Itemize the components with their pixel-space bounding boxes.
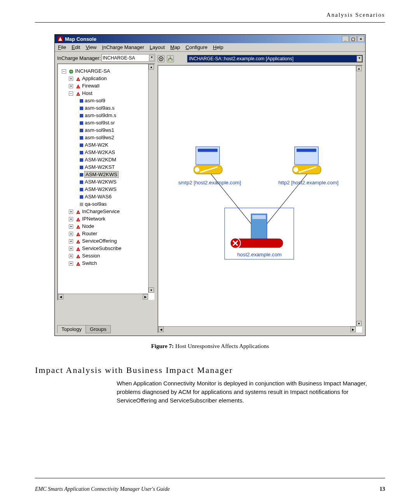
svg-point-4 xyxy=(78,94,79,95)
menu-incharge[interactable]: InCharge Manager xyxy=(102,44,144,50)
section-body: When Application Connectivity Monitor is… xyxy=(117,379,385,404)
tree-branch[interactable]: +Switch xyxy=(69,259,153,267)
map-label-smtp2: smtp2 [host2.example.com] xyxy=(178,180,241,186)
svg-point-7 xyxy=(78,227,79,228)
titlebar[interactable]: Map Console _ ▢ × xyxy=(55,35,365,43)
tree-branch[interactable]: +ServiceSubscribe xyxy=(69,245,153,252)
map-node-http2[interactable] xyxy=(292,147,321,174)
footer-rule xyxy=(35,478,385,478)
tree-branch[interactable]: +IPNetwork xyxy=(69,215,153,222)
svg-point-12 xyxy=(78,264,79,265)
tree-leaf[interactable]: asm-sol9ws1 xyxy=(76,126,153,134)
scroll-right-icon[interactable]: ▶ xyxy=(143,294,148,299)
close-button[interactable]: × xyxy=(357,36,364,42)
svg-point-11 xyxy=(78,256,79,257)
scroll-right-icon[interactable]: ▶ xyxy=(350,327,356,332)
network-icon[interactable] xyxy=(167,55,174,62)
left-tabs: Topology Groups xyxy=(57,325,155,333)
tree-leaf[interactable]: asm-sol9ws2 xyxy=(76,134,153,141)
tree-leaf[interactable]: ASM-W2KWS xyxy=(76,171,153,178)
tab-topology[interactable]: Topology xyxy=(57,325,86,333)
tree-leaf[interactable]: asm-sol9st.sr xyxy=(76,119,153,126)
svg-point-28 xyxy=(293,167,298,172)
svg-point-6 xyxy=(78,219,79,220)
dropdown-arrow-icon[interactable]: ▾ xyxy=(149,55,154,61)
tree-branch[interactable]: +Session xyxy=(69,252,153,259)
tree-branch[interactable]: +ServiceOffering xyxy=(69,237,153,245)
tree-branch[interactable]: +Application xyxy=(69,75,153,82)
tree-leaf[interactable]: asm-sol9as.s xyxy=(76,104,153,112)
menu-map[interactable]: Map xyxy=(170,44,180,50)
tree-leaf[interactable]: ASM-W2KWS xyxy=(76,178,153,186)
dropdown-arrow-icon[interactable]: ▾ xyxy=(357,56,362,62)
map-label-http2: http2 [host2.example.com] xyxy=(278,180,339,186)
map-console-window: Map Console _ ▢ × File Edit View InCharg… xyxy=(54,34,366,336)
tree-branch[interactable]: +Router xyxy=(69,230,153,237)
page-header: Analysis Scenarios xyxy=(35,12,385,18)
map-context-dropdown[interactable]: INCHARGE-SA::host2.example.com [Applicat… xyxy=(187,55,363,63)
menu-edit[interactable]: Edit xyxy=(72,44,80,50)
svg-rect-15 xyxy=(170,56,171,58)
app-icon xyxy=(57,36,63,42)
svg-rect-32 xyxy=(252,215,266,219)
left-panel: InCharge Manager: INCHARGE-SA ▾ −INCHARG… xyxy=(57,54,155,333)
svg-point-5 xyxy=(78,212,79,213)
menu-configure[interactable]: Configure xyxy=(186,44,207,50)
tree-leaf[interactable]: qa-sol9as xyxy=(76,200,153,208)
footer-title: EMC Smarts Application Connectivity Mana… xyxy=(35,486,170,492)
window-title: Map Console xyxy=(65,36,96,42)
incharge-manager-label: InCharge Manager: xyxy=(57,55,101,61)
tree-leaf[interactable]: ASM-W2KWS xyxy=(76,186,153,193)
menu-view[interactable]: View xyxy=(86,44,96,50)
scroll-up-icon[interactable]: ▲ xyxy=(149,64,154,70)
tree-leaf[interactable]: asm-sol9dm.s xyxy=(76,112,153,119)
svg-point-23 xyxy=(194,167,199,172)
tree-branch[interactable]: +InChargeService xyxy=(69,208,153,215)
tree-branch[interactable]: +Node xyxy=(69,222,153,230)
tree-leaf[interactable]: ASM-WAS6 xyxy=(76,193,153,200)
target-icon[interactable] xyxy=(158,55,164,62)
scroll-up-icon[interactable]: ▲ xyxy=(356,66,362,71)
tree-horizontal-scrollbar[interactable]: ◀ ▶ xyxy=(58,294,148,300)
map-context-value: INCHARGE-SA::host2.example.com [Applicat… xyxy=(189,56,294,61)
maximize-button[interactable]: ▢ xyxy=(350,36,357,42)
section-heading: Impact Analysis with Business Impact Man… xyxy=(35,365,385,375)
svg-point-10 xyxy=(78,249,79,250)
map-label-host2: host2.example.com xyxy=(237,252,282,257)
incharge-manager-dropdown[interactable]: INCHARGE-SA ▾ xyxy=(102,54,155,62)
tab-groups[interactable]: Groups xyxy=(86,325,111,333)
tree-branch-host[interactable]: −Host xyxy=(69,89,153,97)
tree-leaf[interactable]: ASM-W2KDM xyxy=(76,156,153,163)
map-node-smtp2[interactable] xyxy=(194,147,222,174)
menu-layout[interactable]: Layout xyxy=(150,44,165,50)
map-panel: INCHARGE-SA::host2.example.com [Applicat… xyxy=(158,54,363,333)
tree-leaf[interactable]: asm-sol9 xyxy=(76,97,153,104)
menu-help[interactable]: Help xyxy=(213,44,223,50)
tree-root[interactable]: −INCHARGE-SA xyxy=(62,67,153,75)
scroll-left-icon[interactable]: ◀ xyxy=(158,327,164,332)
tree-vertical-scrollbar[interactable]: ▲ ▼ xyxy=(148,64,154,293)
svg-point-9 xyxy=(78,242,79,243)
map-vertical-scrollbar[interactable]: ▲ ▼ xyxy=(356,66,362,326)
header-rule xyxy=(35,22,385,23)
page-number: 13 xyxy=(380,486,385,492)
tree-view[interactable]: −INCHARGE-SA+Application+Firewall−Hostas… xyxy=(57,63,155,301)
svg-point-3 xyxy=(78,86,79,88)
figure-label: Figure 7: xyxy=(151,343,173,349)
map-canvas[interactable]: smtp2 [host2.example.com] http2 [host2.e… xyxy=(158,65,363,333)
tree-leaf[interactable]: ASM-W2KAS xyxy=(76,149,153,156)
figure-text: Host Unresponsive Affects Applications xyxy=(175,343,269,349)
scroll-down-icon[interactable]: ▼ xyxy=(356,321,362,326)
scroll-down-icon[interactable]: ▼ xyxy=(149,287,154,293)
scroll-left-icon[interactable]: ◀ xyxy=(58,294,63,299)
map-horizontal-scrollbar[interactable]: ◀ ▶ xyxy=(158,326,356,332)
svg-point-14 xyxy=(160,58,162,60)
tree-leaf[interactable]: ASM-W2K xyxy=(76,141,153,149)
svg-point-8 xyxy=(78,234,79,235)
svg-rect-21 xyxy=(198,149,218,152)
tree-leaf[interactable]: ASM-W2KST xyxy=(76,163,153,171)
minimize-button[interactable]: _ xyxy=(342,36,349,42)
tree-branch[interactable]: +Firewall xyxy=(69,82,153,89)
figure-caption: Figure 7: Host Unresponsive Affects Appl… xyxy=(35,343,385,350)
menu-file[interactable]: File xyxy=(58,44,66,50)
